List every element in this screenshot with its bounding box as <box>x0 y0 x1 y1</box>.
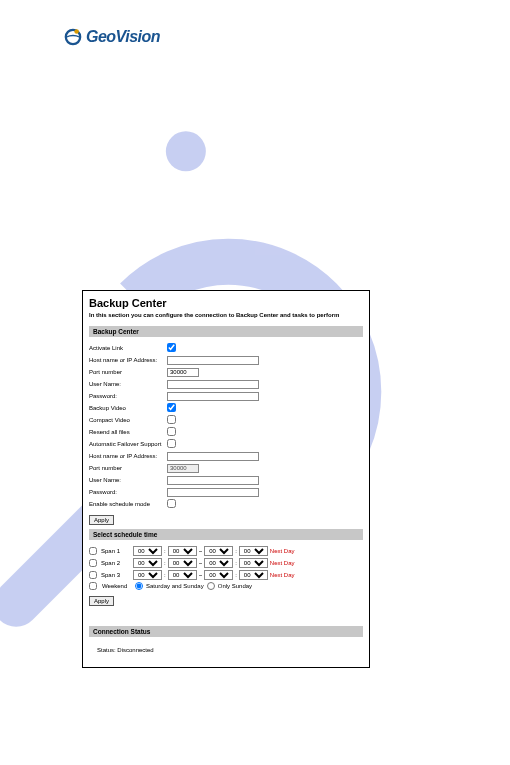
checkbox-enable-schedule[interactable] <box>167 499 176 508</box>
panel-title: Backup Center <box>89 297 363 309</box>
svg-point-0 <box>158 123 215 180</box>
label-span-3: Span 3 <box>101 572 131 578</box>
checkbox-resend-all[interactable] <box>167 427 176 436</box>
select-span2-h2[interactable]: 00 <box>204 558 233 568</box>
apply-button-2[interactable]: Apply <box>89 596 114 606</box>
select-span2-m2[interactable]: 00 <box>239 558 268 568</box>
input-port[interactable] <box>167 368 199 377</box>
globe-icon <box>64 28 82 46</box>
label-span-1: Span 1 <box>101 548 131 554</box>
label-host-ip: Host name or IP Address: <box>89 357 167 363</box>
select-span3-h1[interactable]: 00 <box>133 570 162 580</box>
select-span3-m1[interactable]: 00 <box>168 570 197 580</box>
checkbox-activate-link[interactable] <box>167 343 176 352</box>
tilde-icon: ~ <box>199 548 203 554</box>
checkbox-span-3[interactable] <box>89 571 97 579</box>
input-port-2[interactable] <box>167 464 199 473</box>
checkbox-span-2[interactable] <box>89 559 97 567</box>
apply-button-1[interactable]: Apply <box>89 515 114 525</box>
select-span1-m2[interactable]: 00 <box>239 546 268 556</box>
tilde-icon: ~ <box>199 560 203 566</box>
svg-point-2 <box>74 29 79 33</box>
label-activate-link: Activate Link <box>89 345 167 351</box>
checkbox-weekend[interactable] <box>89 582 97 590</box>
label-weekend: Weekend <box>102 583 132 589</box>
next-day-3: Next Day <box>270 572 295 578</box>
next-day-2: Next Day <box>270 560 295 566</box>
label-port: Port number <box>89 369 167 375</box>
label-only-sunday: Only Sunday <box>218 583 252 589</box>
label-resend-all: Resend all files <box>89 429 167 435</box>
select-span2-m1[interactable]: 00 <box>168 558 197 568</box>
label-enable-schedule: Enable schedule mode <box>89 501 167 507</box>
section-connection-status: Connection Status <box>89 626 363 637</box>
label-auto-failover: Automatic Failover Support <box>89 441 167 447</box>
input-password[interactable] <box>167 392 259 401</box>
section-backup-center: Backup Center <box>89 326 363 337</box>
label-sat-sun: Saturday and Sunday <box>146 583 204 589</box>
backup-center-panel: Backup Center In this section you can co… <box>82 290 370 668</box>
brand-text: GeoVision <box>86 28 160 46</box>
checkbox-span-1[interactable] <box>89 547 97 555</box>
select-span1-h1[interactable]: 00 <box>133 546 162 556</box>
label-span-2: Span 2 <box>101 560 131 566</box>
brand-logo: GeoVision <box>64 28 160 46</box>
select-span2-h1[interactable]: 00 <box>133 558 162 568</box>
select-span3-h2[interactable]: 00 <box>204 570 233 580</box>
input-host-ip-2[interactable] <box>167 452 259 461</box>
input-username[interactable] <box>167 380 259 389</box>
label-username: User Name: <box>89 381 167 387</box>
tilde-icon: ~ <box>199 572 203 578</box>
status-text: Status: Disconnected <box>89 643 363 657</box>
checkbox-auto-failover[interactable] <box>167 439 176 448</box>
label-port-2: Port number <box>89 465 167 471</box>
input-host-ip[interactable] <box>167 356 259 365</box>
label-password: Password: <box>89 393 167 399</box>
radio-sat-sun[interactable] <box>135 582 143 590</box>
panel-description: In this section you can configure the co… <box>89 312 363 318</box>
input-username-2[interactable] <box>167 476 259 485</box>
radio-only-sunday[interactable] <box>207 582 215 590</box>
label-host-ip-2: Host name or IP Address: <box>89 453 167 459</box>
label-username-2: User Name: <box>89 477 167 483</box>
checkbox-compact-video[interactable] <box>167 415 176 424</box>
select-span1-h2[interactable]: 00 <box>204 546 233 556</box>
label-password-2: Password: <box>89 489 167 495</box>
label-backup-video: Backup Video <box>89 405 167 411</box>
select-span3-m2[interactable]: 00 <box>239 570 268 580</box>
label-compact-video: Compact Video <box>89 417 167 423</box>
checkbox-backup-video[interactable] <box>167 403 176 412</box>
select-span1-m1[interactable]: 00 <box>168 546 197 556</box>
input-password-2[interactable] <box>167 488 259 497</box>
section-schedule: Select schedule time <box>89 529 363 540</box>
next-day-1: Next Day <box>270 548 295 554</box>
